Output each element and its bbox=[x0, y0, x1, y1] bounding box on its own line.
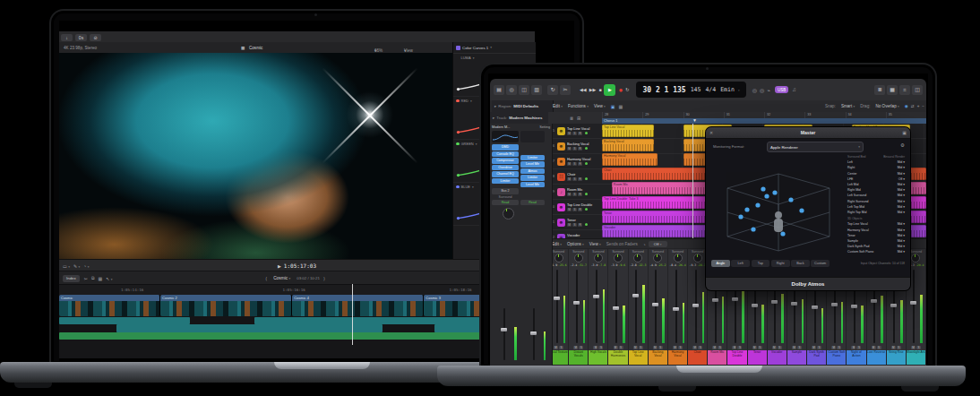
inspector-fader-cap[interactable] bbox=[530, 331, 537, 335]
record-button[interactable]: ● bbox=[618, 86, 623, 94]
view-angle-button[interactable]: Right bbox=[771, 260, 790, 267]
solo-button[interactable]: S bbox=[572, 132, 577, 135]
binaural-mode-value[interactable]: Mid ▾ bbox=[898, 222, 905, 226]
stop-button[interactable]: ■ bbox=[598, 87, 601, 92]
record-enable-button[interactable]: R bbox=[578, 162, 582, 166]
pan-knob[interactable] bbox=[614, 254, 623, 263]
channel-mute-button[interactable]: M bbox=[812, 346, 816, 349]
midi-fx-slot[interactable]: DMD bbox=[492, 144, 519, 151]
cycle-button[interactable]: ↻ bbox=[625, 87, 629, 92]
view-icon[interactable]: ⌗ bbox=[899, 85, 910, 95]
sends-mode-dropdown[interactable]: Off ▾ bbox=[649, 241, 667, 247]
inspector-fader-cap[interactable] bbox=[501, 328, 507, 331]
view-icon[interactable]: ≣ bbox=[874, 85, 885, 95]
audio-fx-slot[interactable]: Level Mtr bbox=[520, 182, 545, 188]
view-angle-button[interactable]: Top bbox=[752, 260, 770, 267]
project-name-dropdown[interactable]: Cosmic ▾ bbox=[273, 276, 290, 280]
logic-playhead-marker[interactable]: ▼ bbox=[692, 117, 697, 123]
lcd-display[interactable]: 30 2 1 135 145 4/4 Emin ▾ bbox=[636, 82, 745, 98]
channel-solo-button[interactable]: S bbox=[678, 346, 683, 349]
binaural-mode-value[interactable]: Mid ▾ bbox=[898, 194, 905, 197]
mixer-view-menu[interactable]: View ▾ bbox=[589, 242, 601, 246]
mixer-options-menu[interactable]: Options ▾ bbox=[567, 242, 584, 246]
panel-toggle-icon[interactable]: ▤ bbox=[494, 85, 504, 95]
tool-icon[interactable]: ✂ bbox=[560, 85, 571, 95]
fader-cap[interactable] bbox=[673, 307, 679, 311]
binaural-mode-value[interactable]: Mid ▾ bbox=[898, 239, 905, 243]
binaural-mode-value[interactable]: Mid ▾ bbox=[898, 205, 905, 209]
video-clip[interactable]: Cosmic 2 bbox=[160, 295, 291, 316]
pan-knob[interactable] bbox=[574, 254, 583, 263]
automation-read-a[interactable]: Read bbox=[492, 200, 519, 206]
next-project-icon[interactable]: ⟩ bbox=[323, 276, 325, 281]
fader-cap[interactable] bbox=[851, 305, 857, 308]
video-viewer[interactable] bbox=[59, 53, 452, 259]
pan-knob[interactable] bbox=[594, 254, 603, 263]
binaural-mode-value[interactable]: Off ▾ bbox=[898, 177, 905, 181]
channel-mute-button[interactable]: M bbox=[633, 346, 638, 349]
solo-button[interactable]: S bbox=[572, 193, 577, 196]
fader-cap[interactable] bbox=[613, 306, 619, 310]
view-angle-button[interactable]: Custom bbox=[811, 260, 830, 267]
solo-button[interactable]: S bbox=[572, 147, 577, 151]
close-icon[interactable]: ✕ bbox=[709, 130, 713, 135]
channel-mute-button[interactable]: M bbox=[792, 346, 796, 349]
track-header-tool-icon[interactable]: ≣ bbox=[570, 116, 573, 121]
binaural-mode-value[interactable]: Mid ▾ bbox=[898, 228, 905, 232]
automation-read-b[interactable]: Read bbox=[520, 200, 545, 206]
mute-button[interactable]: M bbox=[567, 223, 572, 227]
solo-button[interactable]: S bbox=[572, 223, 577, 227]
binaural-mode-value[interactable]: Mid ▾ bbox=[898, 183, 905, 186]
channel-strip[interactable]: Surround -9.3 -28.1 bbox=[688, 249, 707, 365]
video-clip[interactable]: Cosmic bbox=[59, 295, 160, 316]
zoom-in-icon[interactable]: + bbox=[917, 104, 920, 108]
mixer-edit-menu[interactable]: Edit ▾ bbox=[552, 242, 562, 246]
functions-menu[interactable]: Functions ▾ bbox=[568, 104, 589, 108]
link-icon[interactable]: ▣ bbox=[902, 130, 907, 135]
channel-mute-button[interactable]: M bbox=[573, 346, 578, 349]
rewind-button[interactable]: ◀◀ bbox=[580, 87, 587, 92]
binaural-mode-value[interactable]: Mid ▾ bbox=[898, 166, 905, 169]
viewer-tool-icon[interactable]: ▭ ▾ bbox=[63, 263, 70, 269]
channel-solo-button[interactable]: S bbox=[579, 346, 583, 349]
object-channel-row[interactable]: Custom Soft Piano Mid ▾ bbox=[847, 249, 905, 254]
binaural-mode-value[interactable]: Mid ▾ bbox=[898, 211, 905, 214]
binaural-mode-value[interactable]: Mid ▾ bbox=[898, 172, 905, 176]
audio-fx-slot[interactable]: Compressor bbox=[492, 158, 519, 164]
logic-playhead[interactable] bbox=[692, 124, 693, 238]
view-angle-button[interactable]: Left bbox=[731, 260, 750, 267]
prev-project-icon[interactable]: ⟨ bbox=[265, 276, 267, 281]
catch-icon[interactable]: ▣ bbox=[611, 104, 615, 109]
audio-clip[interactable]: Radio Static bbox=[59, 317, 190, 324]
track-header-tool-icon[interactable]: ⊞ bbox=[577, 116, 580, 121]
channel-solo-button[interactable]: S bbox=[658, 346, 663, 349]
setting-button[interactable]: Setting bbox=[539, 125, 550, 129]
channel-mute-button[interactable]: M bbox=[554, 346, 558, 349]
audio-fx-slot[interactable]: Overdrive bbox=[492, 165, 519, 171]
channel-strip[interactable]: Surround -3.0 -7.8 bbox=[589, 249, 607, 365]
bed-channel-row[interactable]: Right Top Mid Mid ▾ bbox=[847, 210, 905, 215]
midi-audio-region[interactable]: Top Line Vocal bbox=[602, 125, 654, 137]
fader-cap[interactable] bbox=[910, 301, 916, 305]
zoom-out-icon[interactable]: − bbox=[922, 104, 924, 108]
record-enable-button[interactable]: R bbox=[578, 193, 582, 196]
fader-cap[interactable] bbox=[692, 304, 699, 307]
pan-knob[interactable] bbox=[554, 254, 563, 263]
channel-solo-button[interactable]: S bbox=[856, 346, 861, 349]
pan-knob[interactable] bbox=[633, 254, 642, 263]
view-angle-button[interactable]: Angle bbox=[711, 260, 730, 267]
zoom-icon[interactable]: ◉ bbox=[905, 104, 908, 108]
record-enable-button[interactable]: R bbox=[578, 223, 582, 227]
mute-button[interactable]: M bbox=[567, 147, 572, 151]
fcp-toolbar-button[interactable]: ↓ bbox=[61, 34, 73, 41]
binaural-mode-value[interactable]: Mid ▾ bbox=[898, 160, 905, 164]
fader-cap[interactable] bbox=[831, 303, 838, 306]
channel-solo-button[interactable]: S bbox=[837, 346, 841, 349]
index-button[interactable]: Index bbox=[63, 275, 80, 282]
play-icon[interactable]: ▶ bbox=[278, 263, 281, 269]
channel-solo-button[interactable]: S bbox=[737, 346, 742, 349]
sends-on-faders-label[interactable]: Sends on Faders bbox=[606, 242, 638, 246]
fader-cap[interactable] bbox=[632, 294, 639, 297]
channel-mute-button[interactable]: M bbox=[752, 346, 757, 349]
view-menu[interactable]: View ▾ bbox=[594, 104, 606, 108]
